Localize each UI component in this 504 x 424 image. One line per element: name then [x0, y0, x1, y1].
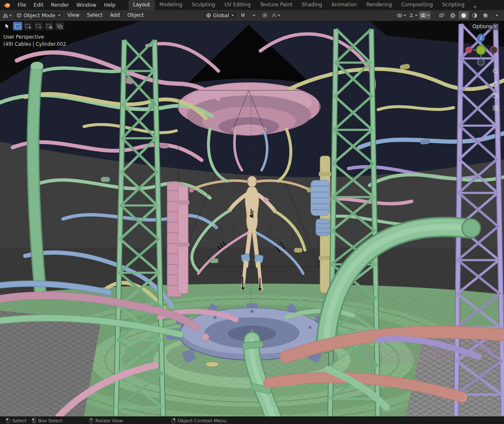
- select-mode-extend-button[interactable]: [24, 22, 33, 30]
- camera-view-button[interactable]: [492, 92, 499, 100]
- chevron-down-icon: [253, 15, 255, 16]
- menu-add[interactable]: Add: [107, 10, 123, 21]
- wireframe-sphere-icon: [450, 13, 456, 18]
- gizmo-y-axis[interactable]: [476, 45, 486, 55]
- shading-rendered-button[interactable]: [480, 11, 491, 19]
- menu-render[interactable]: Render: [47, 0, 73, 10]
- tab-uv-editing[interactable]: UV Editing: [220, 0, 255, 10]
- xray-icon: [439, 13, 445, 18]
- tab-texture-paint[interactable]: Texture Paint: [255, 0, 297, 10]
- menu-window[interactable]: Window: [73, 0, 100, 10]
- menu-select[interactable]: Select: [84, 10, 106, 21]
- box-select-icon: [14, 24, 21, 29]
- status-label: Rotate View: [95, 418, 123, 424]
- editor-type-icon: [3, 13, 8, 18]
- mode-dropdown[interactable]: Object Mode: [13, 11, 63, 20]
- chevron-down-icon: [278, 15, 280, 16]
- tab-layout[interactable]: Layout: [129, 0, 155, 10]
- box-select-invert-icon: [46, 24, 52, 29]
- tab-animation[interactable]: Animation: [327, 0, 362, 10]
- shading-solid-button[interactable]: [459, 11, 469, 19]
- menu-help[interactable]: Help: [100, 0, 119, 10]
- status-hint-box-select: Box Select: [32, 417, 63, 424]
- box-select-extend-icon: [25, 24, 32, 29]
- magnifier-icon: [492, 68, 499, 75]
- globe-icon: [206, 13, 211, 18]
- menu-object[interactable]: Object: [124, 10, 147, 21]
- magnet-icon: [240, 13, 246, 18]
- overlays-dropdown[interactable]: [419, 11, 430, 19]
- object-visibility-dropdown[interactable]: [396, 11, 407, 19]
- select-mode-intersect-button[interactable]: [55, 22, 64, 30]
- zoom-button[interactable]: [492, 68, 499, 75]
- gizmo-arrow-icon: [409, 13, 414, 18]
- scene-cable-connector: [294, 248, 302, 253]
- move-view-button[interactable]: [492, 80, 499, 87]
- status-label: Object Context Menu: [178, 418, 226, 424]
- statusbar: Select Box Select Rotate View Object Con…: [0, 416, 504, 424]
- gizmo-x-neg-axis[interactable]: [491, 47, 497, 53]
- status-label: Box Select: [38, 418, 63, 424]
- overlays-icon: [420, 13, 426, 18]
- chevron-down-icon: [427, 15, 430, 16]
- proportional-circle-icon: [262, 13, 268, 18]
- tab-rendering[interactable]: Rendering: [362, 0, 396, 10]
- snap-dropdown[interactable]: [249, 11, 259, 19]
- viewport-header: Object Mode View Select Add Object Globa…: [0, 10, 504, 21]
- viewport-scene[interactable]: [0, 21, 504, 416]
- material-sphere-icon: [472, 13, 478, 18]
- tab-compositing[interactable]: Compositing: [396, 0, 437, 10]
- active-tool-button[interactable]: [3, 22, 12, 30]
- transform-orientation-dropdown[interactable]: Global: [203, 11, 237, 20]
- rendered-sphere-icon: [483, 13, 488, 18]
- falloff-curve-icon: [271, 13, 277, 18]
- gizmo-x-axis[interactable]: [465, 47, 472, 53]
- shading-dropdown[interactable]: [491, 11, 501, 19]
- cursor-icon: [4, 23, 10, 29]
- toggle-ortho-button[interactable]: [492, 104, 499, 112]
- viewport-3d[interactable]: Options User Perspective (49) Cables | C…: [0, 21, 504, 416]
- gizmos-dropdown[interactable]: [408, 11, 418, 19]
- shading-wireframe-button[interactable]: [448, 11, 458, 19]
- active-object-label: (49) Cables | Cylinder.002: [3, 41, 66, 48]
- chevron-down-icon: [494, 26, 496, 27]
- chevron-down-icon: [9, 15, 12, 16]
- xray-toggle[interactable]: [437, 11, 447, 19]
- select-mode-set-button[interactable]: [13, 22, 22, 30]
- options-dropdown[interactable]: Options: [469, 23, 500, 30]
- middle-mouse-button-icon: [89, 418, 93, 424]
- left-mouse-button-icon: [6, 418, 10, 424]
- shading-material-button[interactable]: [470, 11, 480, 19]
- chevron-down-icon: [415, 15, 417, 16]
- blender-window: File Edit Render Window Help Layout Mode…: [0, 0, 504, 424]
- status-hint-select: Select: [6, 417, 26, 424]
- gizmo-z-neg-axis[interactable]: [478, 59, 484, 66]
- proportional-falloff-dropdown[interactable]: [270, 11, 281, 19]
- chevron-down-icon: [231, 15, 234, 16]
- tab-scripting[interactable]: Scripting: [438, 0, 469, 10]
- proportional-editing-toggle[interactable]: [260, 11, 270, 19]
- scene-pink-pole[interactable]: [167, 182, 189, 297]
- hand-icon: [492, 80, 499, 87]
- tab-sculpting[interactable]: Sculpting: [187, 0, 220, 10]
- view-nav-buttons: [492, 68, 499, 112]
- add-workspace-button[interactable]: +: [469, 4, 481, 10]
- separator: [433, 12, 434, 19]
- menu-edit[interactable]: Edit: [30, 0, 47, 10]
- chevron-down-icon: [496, 15, 498, 16]
- tab-shading[interactable]: Shading: [297, 0, 327, 10]
- menu-file[interactable]: File: [14, 0, 30, 10]
- status-hint-rotate-view: Rotate View: [89, 417, 123, 424]
- select-mode-subtract-button[interactable]: [34, 22, 43, 30]
- menu-view[interactable]: View: [64, 10, 83, 21]
- scene-cable-connector: [210, 258, 218, 263]
- topbar: File Edit Render Window Help Layout Mode…: [0, 0, 504, 10]
- snap-toggle[interactable]: [238, 11, 248, 19]
- blender-logo-icon[interactable]: [3, 2, 11, 8]
- solid-sphere-icon: [461, 13, 467, 18]
- editor-type-dropdown[interactable]: [2, 11, 13, 19]
- mode-label: Object Mode: [24, 13, 55, 18]
- status-label: Select: [12, 418, 26, 424]
- tab-modeling[interactable]: Modeling: [155, 0, 187, 10]
- select-mode-invert-button[interactable]: [45, 22, 54, 30]
